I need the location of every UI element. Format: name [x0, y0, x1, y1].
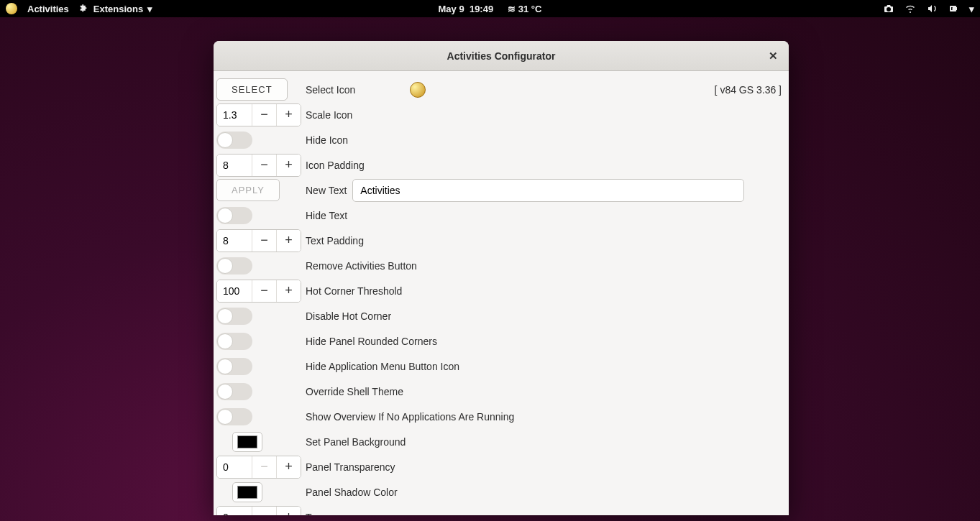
label-override-theme: Override Shell Theme [306, 386, 403, 397]
hide-icon-toggle[interactable] [216, 132, 252, 149]
show-overview-toggle[interactable] [216, 408, 252, 425]
text-padding-spin: − + [216, 229, 301, 252]
battery-icon[interactable] [948, 3, 959, 14]
scale-icon-minus[interactable]: − [252, 104, 276, 126]
row-hide-text: Hide Text [216, 203, 782, 228]
label-hide-text: Hide Text [306, 210, 347, 221]
hot-corner-plus[interactable]: + [276, 280, 301, 302]
chevron-down-icon: ▾ [147, 4, 152, 14]
row-new-text: APPLY New Text [216, 177, 782, 203]
gnome-top-bar: Activities Extensions ▾ May 9 19:49 ≋ 31… [0, 0, 980, 17]
label-transparency2: Transparency [306, 512, 367, 516]
row-transparency2: − + Transparency [216, 504, 782, 515]
transparency2-plus[interactable]: + [276, 507, 301, 516]
window-title: Activities Configurator [447, 50, 556, 62]
weather-icon: ≋ [508, 4, 516, 14]
label-panel-shadow-color: Panel Shadow Color [306, 487, 398, 498]
row-panel-shadow-color: Panel Shadow Color [216, 479, 782, 504]
window-titlebar: Activities Configurator ✕ [214, 41, 789, 71]
hot-corner-input[interactable] [217, 280, 252, 302]
weather-temp: 31 °C [518, 4, 542, 14]
disable-hot-corner-toggle[interactable] [216, 308, 252, 325]
row-disable-hot-corner: Disable Hot Corner [216, 303, 782, 328]
row-hide-icon: Hide Icon [216, 127, 782, 152]
system-menu-chevron-icon[interactable]: ▾ [969, 4, 974, 14]
panel-bg-swatch [237, 435, 257, 448]
panel-bg-colorbutton[interactable] [232, 432, 262, 452]
row-hide-appmenu-icon: Hide Application Menu Button Icon [216, 354, 782, 379]
panel-transparency-input[interactable] [217, 456, 252, 478]
label-icon-padding: Icon Padding [306, 160, 365, 171]
clock-time[interactable]: 19:49 [470, 4, 493, 14]
panel-transparency-plus[interactable]: + [276, 456, 301, 478]
row-scale-icon: − + Scale Icon [216, 102, 782, 127]
icon-padding-plus[interactable]: + [276, 155, 301, 176]
text-padding-minus[interactable]: − [252, 230, 276, 252]
scale-icon-input[interactable] [217, 104, 252, 126]
label-show-overview: Show Overview If No Applications Are Run… [306, 411, 514, 423]
row-icon-padding: − + Icon Padding [216, 152, 782, 177]
row-override-theme: Override Shell Theme [216, 379, 782, 404]
override-theme-toggle[interactable] [216, 383, 252, 400]
icon-padding-input[interactable] [217, 155, 252, 176]
row-remove-activities: Remove Activities Button [216, 253, 782, 278]
label-remove-activities: Remove Activities Button [306, 260, 417, 272]
activities-button[interactable]: Activities [27, 4, 69, 14]
label-disable-hot-corner: Disable Hot Corner [306, 310, 391, 322]
clock-date[interactable]: May 9 [439, 4, 464, 14]
activities-configurator-window: Activities Configurator ✕ SELECT Select … [214, 41, 789, 515]
hide-appmenu-icon-toggle[interactable] [216, 358, 252, 375]
screenshot-icon[interactable] [883, 3, 894, 14]
window-content: SELECT Select Icon [ v84 GS 3.36 ] − + S… [214, 71, 789, 515]
label-new-text: New Text [306, 185, 347, 196]
extensions-menu[interactable]: Extensions ▾ [79, 4, 152, 14]
label-select-icon: Select Icon [306, 84, 355, 96]
panel-transparency-spin: − + [216, 456, 301, 479]
volume-icon[interactable] [926, 3, 938, 14]
row-hot-corner-threshold: − + Hot Corner Threshold [216, 278, 782, 303]
close-button[interactable]: ✕ [766, 49, 780, 63]
activities-icon[interactable] [6, 3, 17, 14]
label-scale-icon: Scale Icon [306, 109, 352, 121]
row-text-padding: − + Text Padding [216, 228, 782, 253]
transparency2-input[interactable] [217, 507, 252, 516]
text-padding-input[interactable] [217, 230, 252, 252]
apply-button[interactable]: APPLY [216, 179, 280, 201]
row-show-overview: Show Overview If No Applications Are Run… [216, 404, 782, 429]
label-panel-transparency: Panel Transparency [306, 461, 395, 473]
panel-transparency-minus[interactable]: − [252, 456, 276, 478]
icon-padding-minus[interactable]: − [252, 155, 276, 176]
row-select-icon: SELECT Select Icon [ v84 GS 3.36 ] [216, 77, 782, 102]
select-button[interactable]: SELECT [216, 78, 288, 101]
weather-indicator[interactable]: ≋ 31 °C [508, 4, 541, 14]
version-label: [ v84 GS 3.36 ] [715, 84, 782, 96]
row-set-panel-bg: Set Panel Background [216, 429, 782, 454]
hot-corner-minus[interactable]: − [252, 280, 276, 302]
scale-icon-plus[interactable]: + [276, 104, 301, 126]
hide-text-toggle[interactable] [216, 207, 252, 224]
new-text-input[interactable] [352, 179, 744, 202]
label-set-panel-bg: Set Panel Background [306, 436, 406, 448]
transparency2-spin: − + [216, 506, 301, 516]
transparency2-minus[interactable]: − [252, 507, 276, 516]
wifi-icon[interactable] [905, 3, 916, 14]
label-hide-appmenu-icon: Hide Application Menu Button Icon [306, 361, 459, 372]
label-text-padding: Text Padding [306, 235, 364, 246]
panel-shadow-swatch [237, 486, 257, 499]
icon-preview [410, 82, 426, 98]
label-hide-rounded: Hide Panel Rounded Corners [306, 336, 437, 347]
scale-icon-spin: − + [216, 103, 301, 126]
panel-shadow-colorbutton[interactable] [232, 482, 262, 502]
row-panel-transparency: − + Panel Transparency [216, 454, 782, 479]
label-hot-corner-threshold: Hot Corner Threshold [306, 285, 402, 297]
icon-padding-spin: − + [216, 154, 301, 177]
hide-rounded-toggle[interactable] [216, 333, 252, 350]
puzzle-icon [79, 4, 89, 14]
extensions-label: Extensions [93, 4, 143, 14]
row-hide-rounded: Hide Panel Rounded Corners [216, 328, 782, 354]
hot-corner-spin: − + [216, 280, 301, 303]
label-hide-icon: Hide Icon [306, 134, 348, 146]
text-padding-plus[interactable]: + [276, 230, 301, 252]
remove-activities-toggle[interactable] [216, 257, 252, 275]
